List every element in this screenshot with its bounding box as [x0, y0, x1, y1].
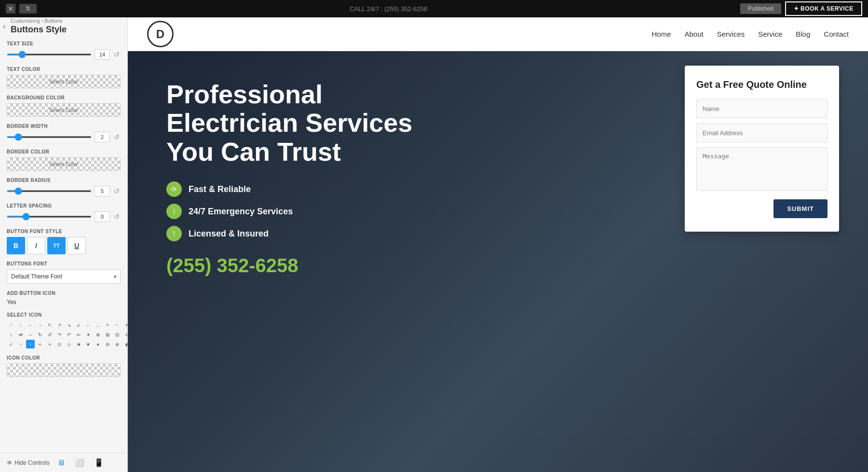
- icon-arrow-down[interactable]: ↓: [16, 320, 25, 329]
- close-button[interactable]: ✕: [6, 4, 15, 14]
- icon-s13[interactable]: ◉: [122, 340, 128, 348]
- icon-s7[interactable]: ☺: [65, 340, 73, 348]
- icon-ne[interactable]: ↗: [55, 320, 64, 329]
- icon-r13[interactable]: ≡: [122, 330, 128, 339]
- feature-2-icon: !: [166, 204, 182, 219]
- icon-arrow-left[interactable]: ←: [26, 320, 35, 329]
- hide-controls-button[interactable]: 👁 Hide Controls: [7, 459, 50, 466]
- book-service-button[interactable]: ✦ BOOK A SERVICE: [785, 1, 862, 16]
- bg-color-placeholder: Select Color: [49, 107, 78, 113]
- form-email-input[interactable]: [696, 123, 827, 142]
- letter-spacing-slider[interactable]: [7, 216, 92, 218]
- border-radius-value: 5: [95, 186, 110, 196]
- icon-s1[interactable]: ✓: [7, 340, 15, 348]
- quote-form: Get a Free Quote Online SUBMIT: [685, 66, 839, 232]
- form-message-textarea[interactable]: [696, 147, 827, 191]
- hero-content: Professional Electrician Services You Ca…: [128, 51, 465, 305]
- eye-icon: 👁: [7, 459, 13, 466]
- buttons-font-select[interactable]: Default Theme Font: [7, 269, 121, 284]
- button-font-style-label: BUTTON FONT STYLE: [7, 229, 121, 234]
- icon-x[interactable]: ✕: [122, 320, 128, 329]
- hide-controls-label: Hide Controls: [14, 459, 50, 466]
- published-button[interactable]: Published: [740, 3, 781, 14]
- tt-button[interactable]: TT: [47, 237, 66, 254]
- site-header: D Home About Services Service Blog Conta…: [128, 17, 868, 51]
- feature-2: ! 24/7 Emergency Services: [166, 204, 427, 219]
- top-bar: ✕ ⇅ CALL 24/7 : (255) 352-6258 Published…: [0, 0, 868, 17]
- icon-r6[interactable]: ↷: [55, 330, 64, 339]
- letter-spacing-value: 0: [95, 211, 110, 222]
- icon-s5[interactable]: »: [45, 340, 54, 348]
- border-width-value: 2: [95, 132, 110, 142]
- icon-arrow-right[interactable]: →: [36, 320, 44, 329]
- desktop-device-button[interactable]: 🖥: [55, 458, 67, 468]
- icon-s2[interactable]: ‹: [16, 340, 25, 348]
- submit-button[interactable]: SUBMIT: [773, 199, 827, 218]
- icon-r9[interactable]: ✦: [84, 330, 93, 339]
- icon-arrow-up[interactable]: ↑: [7, 320, 15, 329]
- icon-color-control: ICON COLOR: [7, 355, 121, 377]
- icon-r2[interactable]: ⇄: [16, 330, 25, 339]
- border-color-label: BORDER COLOR: [7, 149, 121, 154]
- feature-1-icon: ⟳: [166, 181, 182, 197]
- text-size-slider-row: 14 ↺: [7, 49, 121, 60]
- feature-3-text: Licensed & Insured: [189, 229, 269, 239]
- nav-blog[interactable]: Blog: [796, 30, 810, 38]
- bg-color-swatch[interactable]: Select Color: [7, 103, 121, 117]
- hero-title-line3: You Can Trust: [166, 137, 341, 166]
- icon-s8[interactable]: ★: [74, 340, 83, 348]
- border-radius-reset[interactable]: ↺: [113, 187, 121, 195]
- icon-r10[interactable]: ⊕: [94, 330, 102, 339]
- nav-home[interactable]: Home: [651, 30, 671, 38]
- icon-plus[interactable]: +: [103, 320, 112, 329]
- bg-color-control: BACKGROUND COLOR Select Color: [7, 95, 121, 117]
- icon-r8[interactable]: ⇐: [74, 330, 83, 339]
- italic-button[interactable]: I: [27, 237, 45, 254]
- icon-s11[interactable]: ⊚: [103, 340, 112, 348]
- icon-s9[interactable]: ♥: [84, 340, 93, 348]
- icon-s12[interactable]: ⊛: [113, 340, 122, 348]
- icon-r7[interactable]: ↶: [65, 330, 73, 339]
- icon-prev[interactable]: ←: [84, 320, 93, 329]
- nav-service[interactable]: Service: [758, 30, 782, 38]
- icon-se[interactable]: ↘: [65, 320, 73, 329]
- tablet-device-button[interactable]: ⬜: [73, 457, 86, 468]
- icon-r3[interactable]: ↔: [26, 330, 35, 339]
- icon-grid: ↑ ↓ ← → ↖ ↗ ↘ ↙ ← … + − ✕ ↕ ⇄ ↔: [7, 320, 121, 348]
- sidebar-panel: ‹ Customizing › Buttons Buttons Style TE…: [0, 17, 128, 472]
- nav-services[interactable]: Services: [717, 30, 745, 38]
- icon-r5[interactable]: ↺: [45, 330, 54, 339]
- icon-minus[interactable]: −: [113, 320, 122, 329]
- icon-s6[interactable]: ⊙: [55, 340, 64, 348]
- border-color-swatch[interactable]: Select Color: [7, 157, 121, 171]
- icon-s10[interactable]: ♦: [94, 340, 102, 348]
- nav-contact[interactable]: Contact: [824, 30, 849, 38]
- letter-spacing-reset[interactable]: ↺: [113, 213, 121, 221]
- add-icon-value: Yes: [7, 299, 16, 305]
- icon-r12[interactable]: ⊟: [113, 330, 122, 339]
- icon-s4[interactable]: «: [36, 340, 44, 348]
- swap-button[interactable]: ⇅: [19, 4, 37, 14]
- icon-r4[interactable]: ↻: [36, 330, 44, 339]
- text-size-reset[interactable]: ↺: [113, 51, 121, 58]
- icon-s3-selected[interactable]: ›: [26, 340, 35, 348]
- icon-sw[interactable]: ↙: [74, 320, 83, 329]
- icon-r11[interactable]: ⊞: [103, 330, 112, 339]
- border-width-reset[interactable]: ↺: [113, 133, 121, 141]
- border-radius-slider[interactable]: [7, 190, 92, 192]
- add-icon-row: Yes: [7, 299, 121, 305]
- icon-nw[interactable]: ↖: [45, 320, 54, 329]
- mobile-device-button[interactable]: 📱: [92, 457, 106, 468]
- text-size-slider[interactable]: [7, 54, 92, 56]
- text-color-swatch[interactable]: Select Color: [7, 75, 121, 88]
- border-width-slider[interactable]: [7, 136, 92, 138]
- bold-button[interactable]: B: [7, 237, 25, 254]
- underline-button[interactable]: U: [68, 237, 86, 254]
- icon-r1[interactable]: ↕: [7, 330, 15, 339]
- nav-about[interactable]: About: [685, 30, 704, 38]
- back-button[interactable]: ‹: [0, 17, 11, 35]
- form-name-input[interactable]: [696, 99, 827, 118]
- icon-color-swatch[interactable]: [7, 363, 121, 377]
- hero-title: Professional Electrician Services You Ca…: [166, 80, 427, 166]
- icon-dots[interactable]: …: [94, 320, 102, 329]
